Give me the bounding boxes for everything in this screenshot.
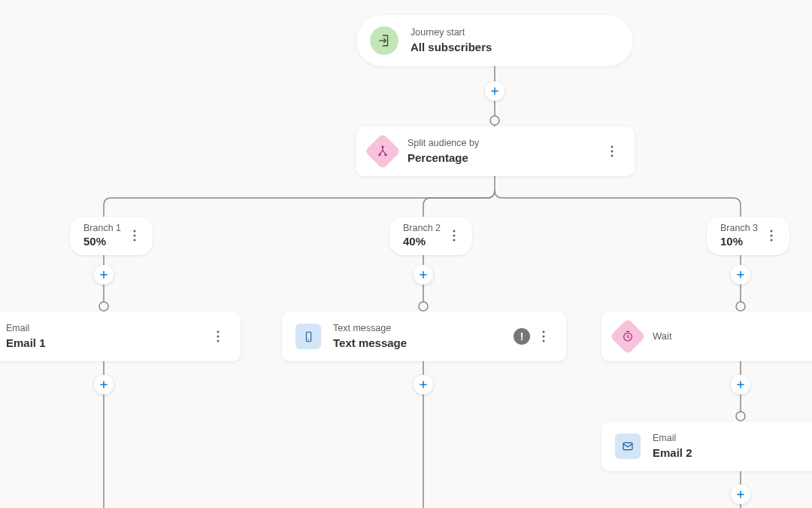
add-node-branch-2[interactable] [414,265,433,284]
email-1-value: Email 1 [6,336,205,351]
svg-rect-43 [306,332,311,342]
add-node-branch-3[interactable] [731,265,750,284]
branch-2-more-button[interactable] [447,230,462,242]
split-value: Percentage [408,151,598,166]
email-1-card[interactable]: Email Email 1 [0,312,241,361]
branch-2-label: Branch 2 [403,223,441,234]
journey-start-value: All subscribers [411,40,620,55]
svg-point-22 [611,146,614,148]
branch-2-value: 40% [403,234,441,249]
svg-point-41 [217,336,220,338]
email-2-label: Email [653,433,812,444]
add-node-after-email-1[interactable] [94,375,114,394]
add-node-after-wait[interactable] [731,375,750,394]
svg-point-31 [771,230,773,233]
svg-point-25 [134,230,136,233]
branch-3-pill[interactable]: Branch 3 10% [707,217,789,255]
branch-3-label: Branch 3 [720,223,758,234]
email-2-value: Email 2 [653,446,812,461]
svg-point-32 [771,235,773,237]
add-node-after-email-2[interactable] [731,485,750,504]
branch-1-more-button[interactable] [127,230,142,242]
split-icon [365,133,401,169]
add-node-after-text[interactable] [414,375,433,394]
svg-point-19 [379,154,380,156]
svg-point-33 [771,239,773,242]
svg-point-26 [134,235,136,237]
add-node-button-1[interactable] [485,81,504,101]
split-audience-card[interactable]: Split audience by Percentage [356,126,635,176]
text-message-value: Text message [333,336,508,351]
journey-start-label: Journey start [411,27,620,38]
text-message-card[interactable]: Text message Text message ! [282,312,566,361]
text-message-more-button[interactable] [535,327,553,345]
svg-point-40 [217,331,220,333]
add-node-branch-1[interactable] [94,265,114,284]
svg-point-24 [611,155,614,157]
email-1-more-button[interactable] [209,327,227,345]
text-message-label: Text message [333,323,508,334]
timer-icon [610,318,646,354]
wait-label: Wait [653,330,812,343]
journey-start-card[interactable]: Journey start All subscribers [356,15,633,66]
warning-icon: ! [514,328,530,345]
svg-point-15 [736,412,745,421]
svg-point-42 [217,340,220,342]
split-more-button[interactable] [603,142,621,160]
svg-point-1 [490,116,499,125]
svg-point-30 [453,239,456,242]
svg-point-27 [134,239,136,242]
svg-point-11 [736,302,745,311]
email-icon [615,433,641,459]
svg-point-29 [453,235,456,237]
svg-point-20 [385,154,386,156]
phone-icon [295,324,321,349]
branch-2-pill[interactable]: Branch 2 40% [389,217,472,255]
wait-card[interactable]: Wait [601,312,812,361]
svg-point-46 [543,336,545,338]
split-label: Split audience by [408,138,598,149]
svg-point-9 [419,302,428,311]
svg-point-47 [543,340,545,342]
branch-3-more-button[interactable] [764,230,779,242]
email-2-card[interactable]: Email Email 2 [601,421,812,471]
svg-point-7 [99,302,108,311]
svg-point-23 [611,151,614,153]
branch-1-pill[interactable]: Branch 1 50% [70,217,153,255]
branch-1-value: 50% [83,234,121,249]
svg-point-45 [543,331,545,333]
email-1-label: Email [6,323,205,334]
svg-point-28 [453,230,456,233]
enter-icon [370,26,398,55]
branch-1-label: Branch 1 [83,223,121,234]
branch-3-value: 10% [720,234,758,249]
